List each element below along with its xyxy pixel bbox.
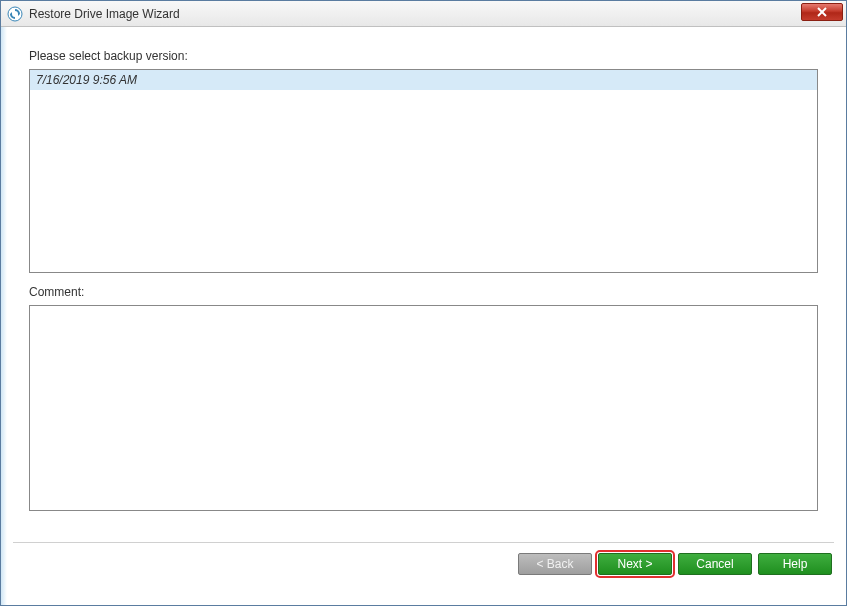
back-button[interactable]: < Back xyxy=(518,553,592,575)
comment-label: Comment: xyxy=(29,285,818,299)
wizard-button-row: < Back Next > Cancel Help xyxy=(1,543,846,575)
close-button[interactable] xyxy=(801,3,843,21)
help-button[interactable]: Help xyxy=(758,553,832,575)
select-version-label: Please select backup version: xyxy=(29,49,818,63)
cancel-button[interactable]: Cancel xyxy=(678,553,752,575)
next-button[interactable]: Next > xyxy=(598,553,672,575)
app-refresh-icon xyxy=(7,6,23,22)
window-title: Restore Drive Image Wizard xyxy=(29,7,180,21)
backup-version-list[interactable]: 7/16/2019 9:56 AM xyxy=(29,69,818,273)
comment-textarea[interactable] xyxy=(29,305,818,511)
wizard-body: Please select backup version: 7/16/2019 … xyxy=(1,27,846,605)
backup-version-item[interactable]: 7/16/2019 9:56 AM xyxy=(30,70,817,90)
title-bar: Restore Drive Image Wizard xyxy=(1,1,846,27)
close-icon xyxy=(816,7,828,17)
